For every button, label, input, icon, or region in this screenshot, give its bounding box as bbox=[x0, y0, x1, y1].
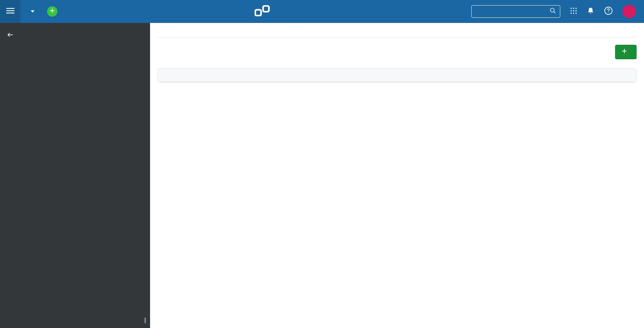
collapse-icon: || bbox=[144, 317, 146, 323]
notifications-button[interactable] bbox=[587, 7, 594, 16]
svg-point-10 bbox=[573, 8, 574, 9]
main-menu-toggle[interactable] bbox=[0, 0, 20, 23]
app-header bbox=[0, 0, 644, 23]
plus-icon bbox=[49, 8, 55, 15]
help-button[interactable] bbox=[604, 6, 613, 17]
svg-point-13 bbox=[573, 10, 574, 11]
toolbar bbox=[157, 45, 637, 59]
sidebar: || bbox=[0, 23, 150, 328]
sidebar-collapse-handle[interactable]: || bbox=[144, 317, 146, 324]
svg-rect-2 bbox=[6, 13, 14, 13]
sidebar-header bbox=[0, 23, 150, 47]
svg-rect-0 bbox=[6, 8, 14, 9]
svg-point-14 bbox=[575, 10, 577, 11]
logo-icon bbox=[255, 5, 270, 18]
modules-menu[interactable] bbox=[570, 7, 577, 16]
global-search[interactable] bbox=[471, 5, 560, 18]
main-content bbox=[150, 23, 644, 328]
svg-point-9 bbox=[571, 8, 572, 9]
header-right bbox=[471, 5, 644, 18]
svg-line-8 bbox=[554, 11, 555, 13]
svg-point-11 bbox=[575, 8, 577, 9]
quick-add-button[interactable] bbox=[47, 6, 57, 17]
svg-rect-5 bbox=[255, 10, 261, 16]
svg-rect-1 bbox=[6, 10, 14, 11]
search-icon bbox=[550, 7, 556, 16]
grid-icon bbox=[570, 7, 577, 16]
activities-panel bbox=[157, 68, 637, 83]
plus-icon bbox=[621, 48, 627, 56]
project-selector[interactable] bbox=[20, 10, 43, 13]
hamburger-icon bbox=[6, 7, 14, 16]
bell-icon bbox=[587, 7, 594, 16]
svg-rect-6 bbox=[263, 6, 269, 12]
svg-point-19 bbox=[608, 12, 609, 13]
svg-rect-22 bbox=[622, 51, 627, 51]
svg-point-16 bbox=[573, 13, 574, 14]
arrow-left-icon bbox=[7, 31, 14, 40]
user-avatar[interactable] bbox=[623, 5, 636, 18]
logo[interactable] bbox=[57, 5, 471, 18]
svg-rect-4 bbox=[50, 10, 54, 11]
chevron-down-icon bbox=[31, 10, 34, 13]
panel-header bbox=[158, 68, 636, 82]
svg-point-12 bbox=[571, 10, 572, 11]
title-divider bbox=[157, 37, 637, 37]
svg-point-15 bbox=[571, 13, 572, 14]
app-body: || bbox=[0, 23, 644, 328]
sidebar-back-button[interactable] bbox=[7, 31, 14, 40]
svg-point-7 bbox=[550, 8, 554, 12]
add-button[interactable] bbox=[615, 45, 637, 59]
help-icon bbox=[604, 6, 613, 17]
svg-point-17 bbox=[575, 13, 577, 14]
search-input[interactable] bbox=[475, 9, 550, 15]
header-left bbox=[0, 0, 57, 23]
